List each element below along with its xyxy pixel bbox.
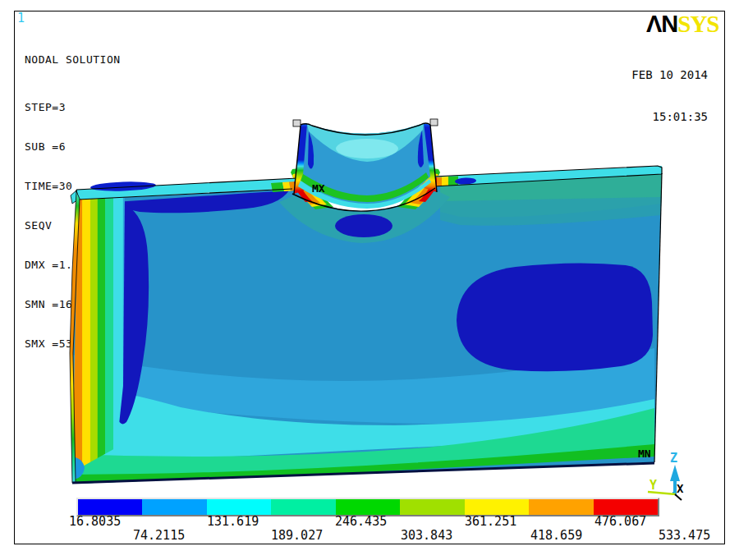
legend-segment	[78, 499, 142, 515]
x-axis-label: X	[677, 482, 684, 495]
x-axis-arrow	[675, 494, 682, 500]
z-axis-label: Z	[670, 451, 677, 466]
model-viewport[interactable]: MX MN Z Y X	[0, 0, 739, 560]
legend-value: 74.2115	[133, 528, 185, 543]
legend-value: 476.067	[594, 514, 646, 529]
legend-value: 533.475	[659, 528, 710, 543]
legend-segment	[271, 499, 335, 515]
max-stress-label: MX	[312, 182, 325, 195]
min-stress-label: MN	[638, 448, 651, 460]
legend-value: 303.843	[401, 528, 452, 543]
legend-value: 418.659	[530, 528, 582, 543]
legend-segment	[465, 499, 529, 515]
z-axis-arrow	[670, 465, 680, 481]
legend-segment	[594, 499, 658, 515]
legend-segment	[207, 499, 271, 515]
y-axis-label: Y	[649, 478, 657, 493]
legend-segment	[142, 499, 206, 515]
ansys-graphics-window: { "window": { "plot_number": "1" }, "log…	[0, 0, 739, 560]
legend-value: 246.435	[335, 514, 387, 529]
stress-min-blob-right	[457, 263, 653, 371]
legend-value: 16.8035	[69, 514, 121, 529]
shell-contour-surface	[71, 173, 662, 488]
legend-segment	[400, 499, 464, 515]
legend-value: 361.251	[465, 514, 516, 529]
legend-segment	[529, 499, 593, 515]
legend-value: 131.619	[207, 514, 259, 529]
legend-value: 189.027	[271, 528, 323, 543]
legend-segment	[336, 499, 400, 515]
